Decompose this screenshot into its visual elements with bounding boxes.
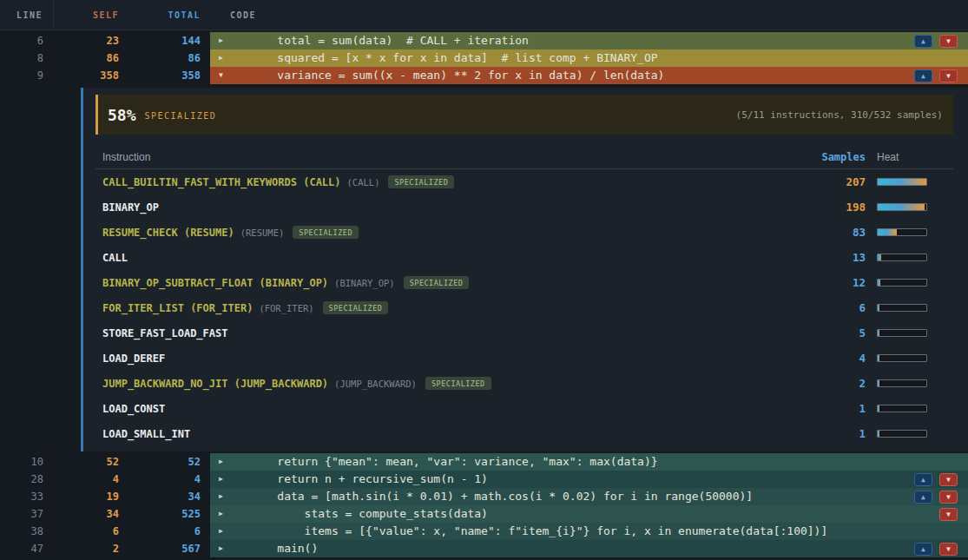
code-text: stats = compute_stats(data) [250,505,488,523]
instruction-row: BINARY_OP 198 [95,194,953,220]
collapse-caret-icon[interactable]: ▼ [219,67,229,84]
jump-up-button[interactable]: ▲ [914,473,932,486]
total-samples: 358 [123,67,206,84]
code-cell[interactable]: ▶ stats = compute_stats(data) ▼ [210,505,968,523]
col-header-self: SELF [54,0,123,30]
heat-cell [877,304,946,312]
instruction-name: BINARY_OP [102,201,159,214]
expand-caret-icon[interactable]: ▶ [219,49,229,67]
instruction-row: CALL 13 [95,245,953,270]
specialized-badge: SPECIALIZED [388,175,454,188]
instruction-samples: 198 [796,201,866,214]
instruction-samples: 2 [796,377,866,390]
instruction-base-opcode: (RESUME) [240,227,285,238]
heat-cell [877,178,946,186]
code-row-line-9: 9 358 358 ▼ variance = sum((x - mean) **… [0,67,968,84]
heat-cell [877,228,946,236]
code-cell[interactable]: ▶ return {"mean": mean, "var": variance,… [210,453,968,471]
code-cell[interactable]: ▶ items = [{"value": x, "name": f"item_{… [210,523,968,540]
instruction-name: LOAD_SMALL_INT [102,428,190,440]
heat-bar [877,279,927,287]
heat-bar-fill [878,405,879,412]
expand-caret-icon[interactable]: ▶ [219,488,229,505]
total-samples: 34 [123,488,206,505]
instruction-samples: 13 [796,251,866,264]
code-cell[interactable]: ▶ total = sum(data) # CALL + iteration ▲… [210,32,968,49]
jump-up-button[interactable]: ▲ [914,69,932,82]
jump-up-button[interactable]: ▲ [914,491,932,504]
jump-up-button[interactable]: ▲ [914,35,932,48]
total-samples: 52 [123,453,206,471]
jump-down-button[interactable]: ▼ [939,69,958,82]
instruction-row: LOAD_CONST 1 [95,396,953,421]
heat-cell [877,329,946,337]
row-nav-buttons: ▲ ▼ [914,491,958,504]
heat-bar-fill [878,330,879,336]
self-samples: 2 [54,540,123,557]
jump-down-button[interactable]: ▼ [939,508,958,521]
jump-down-button[interactable]: ▼ [939,491,958,504]
instruction-base-opcode: (FOR_ITER) [259,303,313,313]
instruction-row: LOAD_SMALL_INT 1 [95,421,953,446]
self-samples: 23 [54,32,123,49]
instruction-row: LOAD_DEREF 4 [95,346,953,371]
code-cell[interactable]: ▼ variance = sum((x - mean) ** 2 for x i… [210,67,968,84]
row-nav-buttons: ▲ ▼ [914,543,958,556]
instruction-name: BINARY_OP_SUBTRACT_FLOAT (BINARY_OP) [102,277,328,289]
code-text: squared = [x * x for x in data] # list c… [250,49,658,67]
expand-caret-icon[interactable]: ▶ [219,505,229,523]
heat-bar-fill [878,355,879,361]
expand-caret-icon[interactable]: ▶ [219,523,229,540]
jump-down-button[interactable]: ▼ [939,473,958,486]
total-samples: 144 [123,32,206,49]
instruction-base-opcode: (JUMP_BACKWARD) [334,379,417,389]
heat-bar [877,228,927,236]
self-samples: 358 [54,67,123,84]
instruction-table-header: Instruction Samples Heat [95,145,953,169]
expand-caret-icon[interactable]: ▶ [219,453,229,471]
instruction-row: RESUME_CHECK (RESUME) (RESUME) SPECIALIZ… [95,220,953,245]
self-samples: 6 [54,523,123,540]
code-cell[interactable]: ▶ squared = [x * x for x in data] # list… [210,49,968,67]
specialized-badge: SPECIALIZED [293,226,359,239]
specialized-badge: SPECIALIZED [404,276,470,289]
expand-caret-icon[interactable]: ▶ [219,471,229,488]
heat-bar [877,354,927,362]
code-row-line-6: 6 23 144 ▶ total = sum(data) # CALL + it… [0,32,968,49]
heat-bar [877,430,927,438]
specialized-badge: SPECIALIZED [323,301,389,314]
expand-caret-icon[interactable]: ▶ [219,32,229,49]
instruction-row: CALL_BUILTIN_FAST_WITH_KEYWORDS (CALL) (… [95,169,953,194]
heat-bar-fill [878,280,880,286]
instruction-base-opcode: (CALL) [347,177,380,188]
specialized-label: SPECIALIZED [145,111,217,121]
instruction-samples: 1 [796,402,866,415]
line-number: 9 [0,67,54,84]
heat-cell [877,430,946,438]
code-cell[interactable]: ▶ data = [math.sin(i * 0.01) + math.cos(… [210,488,968,505]
total-samples: 6 [123,523,206,540]
col-header-heat: Heat [877,151,946,163]
row-nav-buttons: ▲ ▼ [914,35,958,48]
code-text: items = [{"value": x, "name": f"item_{i}… [250,523,827,540]
instruction-name: RESUME_CHECK (RESUME) [102,227,234,239]
specialization-summary: (5/11 instructions, 310/532 samples) [736,109,943,121]
code-text: main() [250,540,318,557]
code-row-line-38: 38 6 6 ▶ items = [{"value": x, "name": f… [0,523,968,540]
instruction-samples: 1 [796,427,866,440]
col-header-total: TOTAL [123,0,206,30]
jump-down-button[interactable]: ▼ [939,35,958,48]
jump-down-button[interactable]: ▼ [939,543,958,556]
code-cell[interactable]: ▶ main() ▲ ▼ [210,540,968,557]
expand-caret-icon[interactable]: ▶ [219,540,229,557]
instruction-name: JUMP_BACKWARD_NO_JIT (JUMP_BACKWARD) [102,378,328,390]
instruction-table: Instruction Samples Heat CALL_BUILTIN_FA… [95,145,953,446]
code-row-line-8: 8 86 86 ▶ squared = [x * x for x in data… [0,49,968,67]
code-cell[interactable]: ▶ return n + recursive_sum(n - 1) ▲ ▼ [210,471,968,488]
instruction-name: CALL [102,252,128,264]
heat-cell [877,254,946,261]
col-header-instruction: Instruction [102,151,150,163]
code-rows-top: 6 23 144 ▶ total = sum(data) # CALL + it… [0,32,968,84]
jump-up-button[interactable]: ▲ [914,543,932,556]
instruction-row: FOR_ITER_LIST (FOR_ITER) (FOR_ITER) SPEC… [95,295,953,320]
